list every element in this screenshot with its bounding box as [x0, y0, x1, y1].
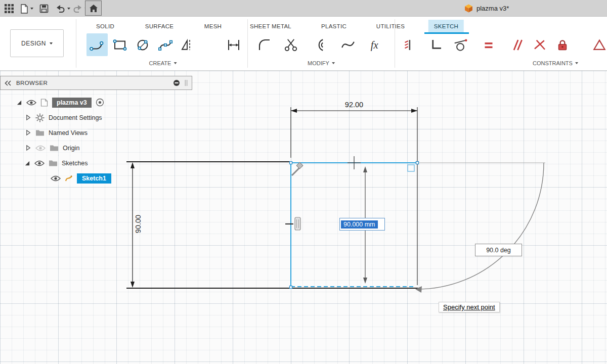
- new-file-dropdown-caret-icon[interactable]: [30, 8, 33, 10]
- collapsed-caret-icon[interactable]: [25, 129, 31, 136]
- tab-sketch[interactable]: SKETCH: [428, 20, 464, 33]
- equal-constraint-icon: [481, 37, 496, 53]
- offset-tool-button[interactable]: [309, 33, 330, 56]
- browser-header[interactable]: BROWSER: [0, 76, 192, 90]
- tab-sheet-metal-label: SHEET METAL: [250, 23, 291, 29]
- function-parameters-button[interactable]: fx: [366, 33, 387, 56]
- tab-sketch-label: SKETCH: [434, 23, 458, 29]
- toolbar-divider: [76, 19, 76, 68]
- browser-item-label[interactable]: plazma v3: [52, 98, 92, 108]
- tab-sheet-metal[interactable]: SHEET METAL: [244, 20, 297, 33]
- tab-surface[interactable]: SURFACE: [140, 20, 179, 33]
- rectangle-tool-button[interactable]: [109, 33, 131, 56]
- tab-plastic[interactable]: PLASTIC: [316, 20, 352, 33]
- modify-group-dropdown[interactable]: MODIFY: [308, 60, 335, 66]
- midpoint-grip-handle[interactable]: [285, 217, 300, 230]
- height-dimension-label[interactable]: 90.00: [134, 209, 142, 239]
- mirror-tool-button[interactable]: [177, 33, 198, 56]
- equal-constraint-button[interactable]: [478, 33, 499, 56]
- undo-icon: [56, 5, 65, 13]
- toolbar-divider: [247, 19, 248, 68]
- toolbar-divider: [395, 19, 395, 68]
- app-grid-icon: [4, 4, 14, 14]
- tangent-constraint-button[interactable]: [450, 33, 471, 56]
- sketch-dimension-tool-button[interactable]: [223, 33, 244, 56]
- visibility-hidden-eye-icon[interactable]: [35, 145, 46, 152]
- mirror-tool-icon: [180, 37, 195, 53]
- app-grid-menu-button[interactable]: [4, 2, 14, 15]
- browser-row-document[interactable]: plazma v3: [16, 96, 104, 109]
- sketch-canvas[interactable]: 92.00 90.00 90.000 mm 90.0 deg Specify n…: [0, 71, 607, 364]
- browser-panel: BROWSER plazma v3: [0, 76, 192, 90]
- browser-row-sketches[interactable]: Sketches: [24, 156, 88, 170]
- circle-tool-button[interactable]: [132, 33, 153, 56]
- create-group-dropdown[interactable]: CREATE: [149, 60, 177, 66]
- angle-readout-value: 90.0 deg: [486, 247, 511, 254]
- expand-caret-icon[interactable]: [16, 100, 22, 106]
- browser-item-label[interactable]: Sketch1: [77, 173, 111, 184]
- home-view-button[interactable]: [85, 1, 102, 16]
- perpendicular-constraint-button[interactable]: [529, 33, 550, 56]
- browser-row-sketch1[interactable]: Sketch1: [51, 171, 111, 185]
- workspace-selector-design[interactable]: DESIGN: [10, 29, 64, 57]
- tab-utilities-label: UTILITIES: [376, 23, 405, 29]
- tab-plastic-label: PLASTIC: [321, 23, 346, 29]
- fillet-tool-button[interactable]: [254, 33, 275, 56]
- browser-item-label[interactable]: Sketches: [62, 160, 88, 167]
- lock-constraint-button[interactable]: [552, 33, 573, 56]
- tab-mesh[interactable]: MESH: [199, 20, 227, 33]
- redo-icon: [73, 5, 82, 13]
- expand-caret-icon[interactable]: [24, 160, 30, 166]
- visibility-eye-icon[interactable]: [51, 175, 61, 182]
- collapsed-caret-icon[interactable]: [25, 145, 31, 151]
- symmetry-constraint-button[interactable]: [589, 33, 607, 56]
- lock-icon: [555, 37, 570, 53]
- offset-tool-icon: [312, 37, 327, 53]
- tab-utilities[interactable]: UTILITIES: [371, 20, 410, 33]
- horizontal-vertical-constraint-button[interactable]: [425, 33, 447, 56]
- fx-icon: fx: [368, 37, 385, 53]
- sketch-axis-marker-icon: [292, 162, 303, 175]
- component-document-icon: [40, 99, 48, 107]
- width-dimension-label[interactable]: 92.00: [334, 101, 374, 109]
- trim-tool-button[interactable]: [280, 33, 301, 56]
- browser-row-document-settings[interactable]: Document Settings: [25, 111, 102, 124]
- scissors-trim-icon: [283, 37, 298, 53]
- parallel-constraint-button[interactable]: [506, 33, 527, 56]
- angle-readout-field[interactable]: 90.0 deg: [475, 244, 522, 256]
- dimension-tool-icon: [226, 37, 241, 53]
- length-input-field[interactable]: 90.000 mm: [339, 218, 385, 231]
- fix-constraint-button[interactable]: [398, 33, 419, 56]
- visibility-eye-icon[interactable]: [34, 160, 45, 167]
- folder-icon: [35, 129, 45, 136]
- line-tool-button[interactable]: [86, 33, 108, 56]
- browser-item-label[interactable]: Named Views: [49, 129, 88, 136]
- sketch-point: [290, 162, 292, 164]
- tab-solid[interactable]: SOLID: [91, 20, 120, 33]
- collapse-panel-icon[interactable]: [5, 80, 12, 86]
- length-input-value[interactable]: 90.000 mm: [341, 220, 378, 229]
- new-file-button[interactable]: [20, 2, 33, 15]
- save-button[interactable]: [39, 2, 49, 15]
- document-title-area: plazma v3*: [464, 0, 509, 17]
- collapsed-caret-icon[interactable]: [25, 114, 31, 121]
- file-icon: [20, 4, 28, 14]
- panel-drag-handle-icon[interactable]: [185, 79, 188, 86]
- width-dimension-graphics[interactable]: [291, 107, 417, 285]
- spline-tool-button[interactable]: [155, 33, 176, 56]
- curve-tool-button[interactable]: [337, 33, 359, 56]
- activate-component-radio-icon[interactable]: [96, 98, 104, 107]
- modify-group-caret-icon: [332, 62, 335, 64]
- browser-item-label[interactable]: Origin: [63, 145, 79, 152]
- remove-filter-icon[interactable]: [173, 79, 180, 86]
- undo-button[interactable]: [56, 2, 70, 15]
- create-group-caret-icon: [174, 62, 177, 64]
- document-cube-icon: [464, 4, 473, 13]
- constraints-group-dropdown[interactable]: CONSTRAINTS: [533, 60, 578, 66]
- undo-dropdown-caret-icon[interactable]: [67, 8, 70, 10]
- browser-item-label[interactable]: Document Settings: [49, 114, 102, 121]
- visibility-eye-icon[interactable]: [26, 99, 36, 106]
- browser-row-origin[interactable]: Origin: [25, 141, 79, 155]
- browser-row-named-views[interactable]: Named Views: [25, 126, 88, 140]
- constraints-group-caret-icon: [575, 62, 578, 64]
